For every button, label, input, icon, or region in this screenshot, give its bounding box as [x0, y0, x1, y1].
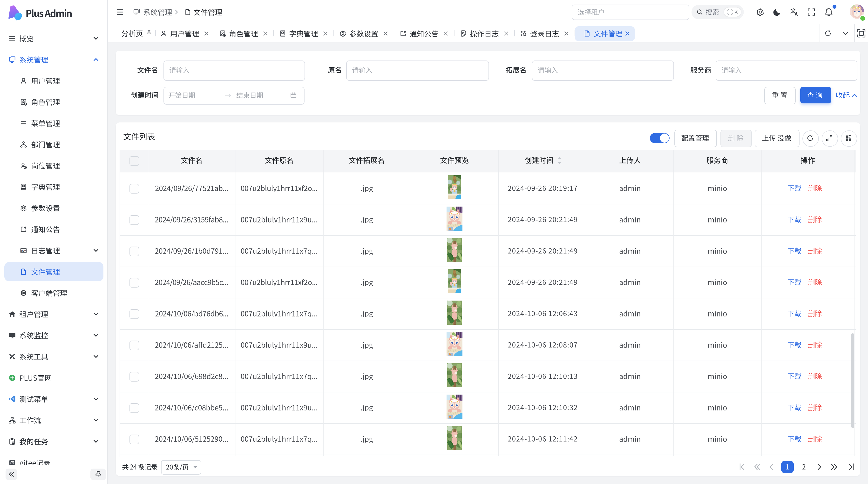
svg-text:DEV: DEV — [21, 250, 26, 252]
